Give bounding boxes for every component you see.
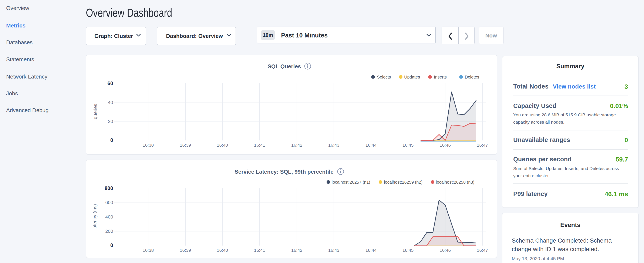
svg-text:16:42: 16:42 (291, 248, 302, 252)
svg-text:200: 200 (105, 228, 113, 234)
svg-text:16:42: 16:42 (291, 143, 302, 147)
svg-text:16:40: 16:40 (217, 143, 228, 147)
svg-text:16:39: 16:39 (180, 143, 191, 147)
svg-text:20: 20 (108, 119, 113, 124)
svg-text:16:44: 16:44 (366, 143, 377, 147)
svg-text:16:45: 16:45 (402, 143, 414, 147)
svg-text:queries: queries (93, 104, 98, 119)
svg-text:16:43: 16:43 (328, 143, 340, 147)
svg-text:60: 60 (107, 80, 113, 86)
svg-text:0: 0 (110, 137, 113, 143)
svg-text:16:44: 16:44 (366, 248, 377, 252)
svg-text:16:38: 16:38 (143, 143, 154, 147)
svg-text:0: 0 (110, 242, 113, 248)
svg-text:16:39: 16:39 (180, 248, 191, 252)
svg-text:16:40: 16:40 (217, 248, 228, 252)
svg-text:16:47: 16:47 (477, 248, 488, 252)
svg-text:16:46: 16:46 (440, 143, 451, 147)
svg-text:16:38: 16:38 (143, 248, 154, 252)
svg-text:16:45: 16:45 (402, 248, 414, 252)
svg-text:16:47: 16:47 (477, 143, 488, 147)
svg-text:600: 600 (105, 200, 113, 205)
svg-text:16:41: 16:41 (254, 248, 265, 252)
svg-text:40: 40 (108, 100, 113, 105)
svg-text:16:46: 16:46 (440, 248, 451, 252)
svg-text:16:41: 16:41 (254, 143, 265, 147)
svg-text:16:43: 16:43 (328, 248, 340, 252)
svg-text:400: 400 (105, 214, 113, 220)
svg-text:800: 800 (104, 185, 113, 191)
svg-text:latency (ms): latency (ms) (92, 204, 98, 229)
